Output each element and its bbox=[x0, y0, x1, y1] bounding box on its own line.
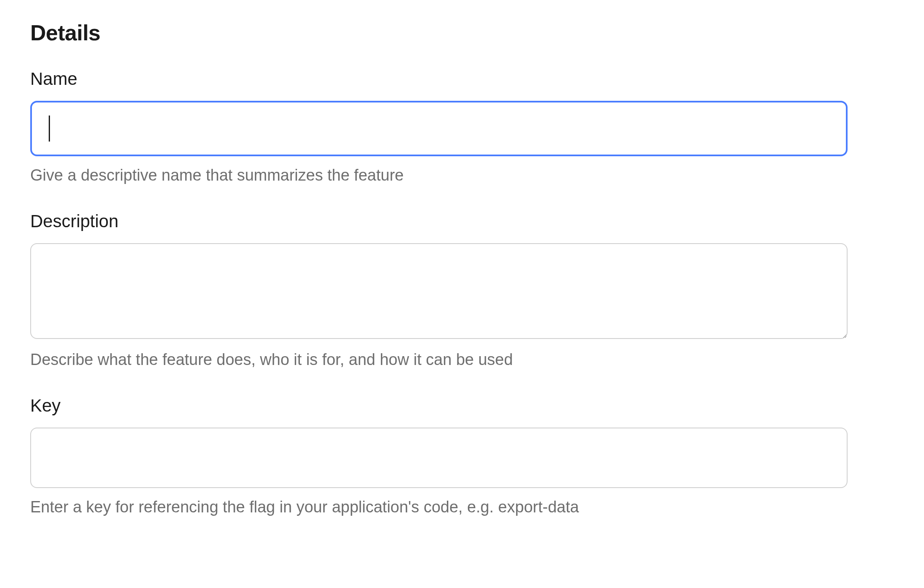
name-input-wrapper bbox=[30, 101, 848, 156]
description-field-group: Description Describe what the feature do… bbox=[30, 211, 843, 369]
key-label: Key bbox=[30, 396, 843, 416]
name-field-group: Name Give a descriptive name that summar… bbox=[30, 69, 843, 184]
key-help-text: Enter a key for referencing the flag in … bbox=[30, 498, 843, 516]
name-label: Name bbox=[30, 69, 843, 89]
section-heading: Details bbox=[30, 20, 843, 45]
description-label: Description bbox=[30, 211, 843, 231]
details-form: Details Name Give a descriptive name tha… bbox=[0, 0, 874, 573]
name-input[interactable] bbox=[30, 101, 848, 156]
key-field-group: Key Enter a key for referencing the flag… bbox=[30, 396, 843, 516]
key-input[interactable] bbox=[30, 428, 848, 488]
description-input[interactable] bbox=[30, 243, 848, 339]
description-help-text: Describe what the feature does, who it i… bbox=[30, 351, 843, 369]
name-help-text: Give a descriptive name that summarizes … bbox=[30, 166, 843, 184]
